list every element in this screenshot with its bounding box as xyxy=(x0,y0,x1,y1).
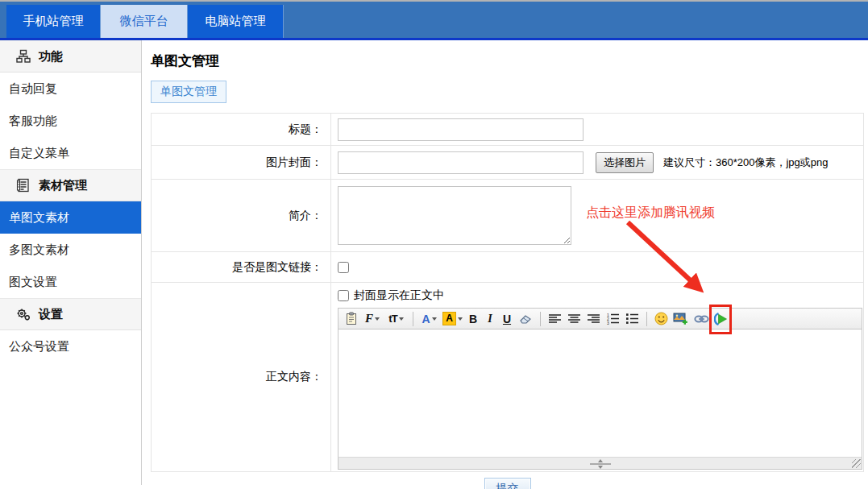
chevron-down-icon xyxy=(375,317,380,321)
align-center-icon[interactable] xyxy=(566,311,583,327)
toolbar-separator xyxy=(409,312,417,326)
form-row-content: 正文内容： 封面显示在正文中 F xyxy=(152,283,863,472)
unordered-list-icon[interactable] xyxy=(624,311,641,327)
sidebar: 功能 自动回复 客服功能 自定义菜单 素材管理 单图文素材 多图文素材 图文设置… xyxy=(0,40,142,485)
sidebar-item-custom-menu[interactable]: 自定义菜单 xyxy=(0,137,141,169)
sidebar-item-customer-service[interactable]: 客服功能 xyxy=(0,105,141,137)
app-window: 手机站管理 微信平台 电脑站管理 功能 自动回复 客服功能 自定义菜单 素材管理… xyxy=(0,0,868,489)
paste-icon[interactable] xyxy=(343,311,359,327)
submit-button[interactable]: 提交 xyxy=(484,478,531,489)
content-label: 正文内容： xyxy=(152,283,331,471)
bold-icon[interactable]: B xyxy=(466,311,480,327)
cover-input[interactable] xyxy=(338,151,584,174)
form-row-title: 标题： xyxy=(152,114,863,146)
underline-icon[interactable]: U xyxy=(500,311,514,327)
toolbar-separator xyxy=(643,312,650,326)
title-input[interactable] xyxy=(338,118,584,141)
chevron-down-icon xyxy=(458,317,463,321)
nav-tab-mobile-site[interactable]: 手机站管理 xyxy=(6,5,101,38)
annotation-text: 点击这里添加腾讯视频 xyxy=(586,205,715,222)
sidebar-item-multi-article[interactable]: 多图文素材 xyxy=(0,234,141,266)
top-navigation: 手机站管理 微信平台 电脑站管理 xyxy=(0,0,868,40)
cover-label: 图片封面： xyxy=(152,146,331,179)
cover-in-content-label: 封面显示在正文中 xyxy=(354,288,444,303)
form-row-cover: 图片封面： 选择图片 建议尺寸：360*200像素，jpg或png xyxy=(152,146,863,180)
page-title: 单图文管理 xyxy=(151,52,864,70)
bg-color-icon[interactable]: A xyxy=(442,311,463,327)
font-family-icon[interactable]: F xyxy=(362,311,383,327)
form-row-intro: 简介： xyxy=(152,180,863,252)
insert-image-icon[interactable] xyxy=(671,311,690,327)
sidebar-item-account-settings[interactable]: 公众号设置 xyxy=(0,330,141,363)
subtab-single-article-management[interactable]: 单图文管理 xyxy=(151,81,226,103)
intro-textarea[interactable] xyxy=(338,186,571,245)
toolbar-separator xyxy=(537,312,544,326)
nav-tab-wechat-platform[interactable]: 微信平台 xyxy=(101,5,188,38)
sitemap-icon xyxy=(16,49,31,64)
sidebar-item-single-article[interactable]: 单图文素材 xyxy=(0,201,141,234)
corner-resize-grip[interactable] xyxy=(852,459,861,468)
resize-handle-icon[interactable] xyxy=(588,459,613,467)
sidebar-section-label: 素材管理 xyxy=(39,178,87,193)
editor-resize-bar xyxy=(338,457,862,470)
font-size-icon[interactable]: tT xyxy=(385,311,407,327)
document-list-icon xyxy=(16,178,31,193)
svg-text:3: 3 xyxy=(607,321,609,325)
is-link-label: 是否是图文链接： xyxy=(152,252,331,282)
chevron-down-icon xyxy=(399,317,404,321)
sidebar-section-label: 功能 xyxy=(39,49,63,64)
nav-tab-pc-site[interactable]: 电脑站管理 xyxy=(188,5,284,38)
sidebar-section-label: 设置 xyxy=(39,307,63,322)
article-form: 标题： 图片封面： 选择图片 建议尺寸：360*200像素，jpg或png xyxy=(151,113,864,472)
cover-in-content-checkbox[interactable] xyxy=(338,290,349,301)
insert-video-icon[interactable] xyxy=(713,311,729,327)
sidebar-item-auto-reply[interactable]: 自动回复 xyxy=(0,73,141,105)
form-row-is-link: 是否是图文链接： xyxy=(152,252,863,283)
gears-icon xyxy=(16,307,31,321)
emoticon-icon[interactable] xyxy=(653,311,669,327)
ordered-list-icon[interactable]: 123 xyxy=(604,311,621,327)
italic-icon[interactable]: I xyxy=(483,311,497,327)
editor-content-area[interactable] xyxy=(338,329,862,457)
choose-image-button[interactable]: 选择图片 xyxy=(596,152,654,173)
sidebar-section-settings: 设置 xyxy=(0,298,141,330)
font-color-icon[interactable]: A xyxy=(419,311,439,327)
title-label: 标题： xyxy=(152,114,331,145)
cover-size-hint: 建议尺寸：360*200像素，jpg或png xyxy=(663,155,828,170)
is-link-checkbox[interactable] xyxy=(338,262,349,273)
editor-toolbar: F tT A A xyxy=(338,308,862,329)
cover-in-content-option[interactable]: 封面显示在正文中 xyxy=(338,288,863,304)
chevron-down-icon xyxy=(432,317,437,321)
main-content: 单图文管理 单图文管理 标题： 图片封面： 选择图片 建议尺寸：360*20 xyxy=(142,40,868,485)
remove-format-icon[interactable] xyxy=(517,311,534,327)
sidebar-item-article-settings[interactable]: 图文设置 xyxy=(0,266,141,298)
rich-text-editor: F tT A A xyxy=(338,308,862,470)
align-right-icon[interactable] xyxy=(585,311,602,327)
sidebar-section-material: 素材管理 xyxy=(0,169,141,201)
insert-link-icon[interactable] xyxy=(692,311,711,327)
intro-label: 简介： xyxy=(152,180,331,251)
sidebar-section-function: 功能 xyxy=(0,40,141,73)
align-left-icon[interactable] xyxy=(546,311,563,327)
